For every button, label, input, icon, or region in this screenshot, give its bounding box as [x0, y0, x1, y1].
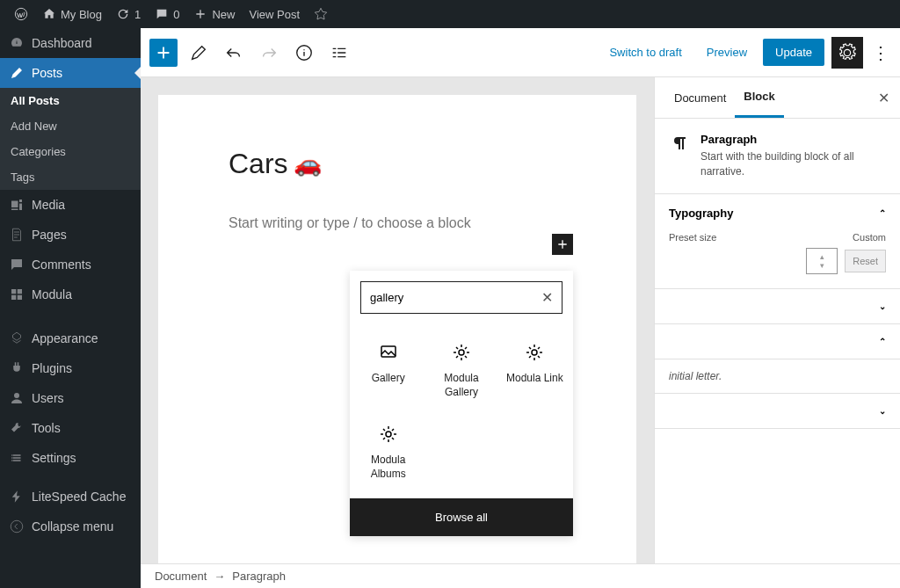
sidebar-posts[interactable]: Posts: [0, 58, 141, 88]
redo-button[interactable]: [255, 39, 283, 67]
undo-button[interactable]: [220, 39, 248, 67]
block-gallery[interactable]: Gallery: [353, 331, 423, 410]
info-icon[interactable]: [290, 39, 318, 67]
typography-panel: Typography⌃ Preset size Custom ▴▾ Reset: [655, 194, 900, 289]
viewpost-label: View Post: [249, 8, 300, 21]
sidebar-posts-submenu: All Posts Add New Categories Tags: [0, 88, 141, 190]
block-description: Start with the building block of all nar…: [700, 149, 886, 179]
view-post-link[interactable]: View Post: [242, 8, 307, 21]
sidebar-tools[interactable]: Tools: [0, 413, 141, 443]
sidebar-users[interactable]: Users: [0, 383, 141, 413]
update-button[interactable]: Update: [763, 39, 824, 66]
switch-draft-button[interactable]: Switch to draft: [600, 40, 690, 64]
chevron-down-icon: ⌄: [879, 406, 886, 416]
post-title[interactable]: Cars🚗: [229, 148, 566, 180]
collapsed-panel-2[interactable]: ⌃: [655, 324, 900, 359]
custom-size-input[interactable]: ▴▾: [806, 248, 838, 274]
collapsed-panel-3[interactable]: ⌄: [655, 394, 900, 428]
inserter-search-input[interactable]: [370, 291, 541, 304]
chevron-right-icon: →: [214, 570, 225, 583]
editor-topbar: Switch to draft Preview Update ⋮: [141, 28, 900, 77]
clear-search-icon[interactable]: ✕: [541, 289, 553, 306]
svg-point-10: [532, 350, 537, 355]
comments-link[interactable]: 0: [148, 7, 186, 21]
wp-logo[interactable]: [7, 7, 35, 21]
inserter-search-wrap: ✕: [350, 271, 573, 324]
updates-link[interactable]: 1: [109, 7, 148, 21]
block-modula-gallery[interactable]: Modula Gallery: [426, 331, 496, 410]
reset-button[interactable]: Reset: [845, 250, 886, 272]
collapsed-panel-1[interactable]: ⌄: [655, 289, 900, 323]
breadcrumb-node[interactable]: Paragraph: [232, 570, 286, 583]
sidebar-appearance[interactable]: Appearance: [0, 323, 141, 353]
svg-point-6: [11, 520, 23, 533]
editor-main: Switch to draft Preview Update ⋮ Cars🚗 S…: [141, 28, 900, 588]
settings-gear-button[interactable]: [831, 37, 863, 69]
yoast-icon[interactable]: [307, 7, 335, 21]
svg-rect-2: [18, 289, 22, 294]
sidebar-litespeed[interactable]: LiteSpeed Cache: [0, 482, 141, 512]
more-menu-button[interactable]: ⋮: [870, 42, 891, 63]
car-emoji-icon: 🚗: [294, 150, 322, 178]
svg-point-5: [14, 393, 19, 398]
editor-canvas-wrapper: Cars🚗 Start writing or type / to choose …: [141, 77, 654, 563]
sidebar-sub-tags[interactable]: Tags: [0, 164, 141, 190]
inserter-results-grid: Gallery Modula Gallery Modula Link Modul…: [350, 324, 573, 498]
sidebar-modula[interactable]: Modula: [0, 279, 141, 309]
block-breadcrumb: Document → Paragraph: [141, 563, 900, 588]
site-name-label: My Blog: [61, 8, 102, 21]
tab-block[interactable]: Block: [735, 77, 783, 115]
block-modula-albums[interactable]: Modula Albums: [353, 413, 423, 491]
sidebar-media[interactable]: Media: [0, 190, 141, 220]
sidebar-comments[interactable]: Comments: [0, 250, 141, 279]
svg-rect-1: [11, 289, 16, 294]
admin-sidebar: Dashboard Posts All Posts Add New Catego…: [0, 28, 141, 588]
outline-icon[interactable]: [325, 39, 353, 67]
custom-label: Custom: [853, 232, 886, 243]
sidebar-sub-categories[interactable]: Categories: [0, 139, 141, 164]
sidebar-collapse[interactable]: Collapse menu: [0, 512, 141, 541]
sidebar-pages[interactable]: Pages: [0, 220, 141, 250]
preset-size-label: Preset size: [669, 232, 842, 243]
comments-count: 0: [173, 8, 179, 21]
paragraph-icon: [669, 133, 690, 154]
block-name: Paragraph: [700, 133, 886, 146]
site-link[interactable]: My Blog: [35, 7, 109, 21]
sidebar-dashboard[interactable]: Dashboard: [0, 28, 141, 58]
inspector-tabs: Document Block ✕: [655, 77, 900, 119]
svg-rect-4: [18, 295, 22, 300]
browse-all-button[interactable]: Browse all: [350, 498, 573, 536]
close-inspector-icon[interactable]: ✕: [878, 90, 889, 106]
preview-button[interactable]: Preview: [698, 40, 756, 64]
breadcrumb-root[interactable]: Document: [155, 570, 207, 583]
block-inserter-popover: ✕ Gallery Modula Gallery Modula Link Mod…: [350, 271, 573, 536]
edit-mode-icon[interactable]: [185, 39, 213, 67]
typography-toggle[interactable]: Typography⌃: [655, 194, 900, 232]
chevron-up-icon: ⌃: [879, 337, 886, 346]
sidebar-sub-allposts[interactable]: All Posts: [0, 88, 141, 113]
sidebar-settings[interactable]: Settings: [0, 443, 141, 473]
block-modula-link[interactable]: Modula Link: [500, 331, 570, 410]
svg-point-11: [386, 432, 391, 437]
new-link[interactable]: New: [186, 7, 242, 21]
new-label: New: [212, 8, 235, 21]
block-card: Paragraph Start with the building block …: [655, 119, 900, 194]
paragraph-placeholder[interactable]: Start writing or type / to choose a bloc…: [229, 215, 566, 231]
block-inspector: Document Block ✕ Paragraph Start with th…: [654, 77, 900, 563]
block-inserter-toggle[interactable]: [149, 39, 178, 67]
svg-point-9: [459, 350, 464, 355]
admin-bar: My Blog 1 0 New View Post: [0, 0, 900, 28]
svg-rect-3: [11, 295, 16, 300]
inserter-search-box[interactable]: ✕: [360, 281, 562, 314]
sidebar-plugins[interactable]: Plugins: [0, 353, 141, 383]
drop-cap-hint: initial letter.: [655, 359, 900, 394]
add-block-button[interactable]: [552, 234, 573, 255]
chevron-down-icon: ⌄: [879, 301, 886, 311]
updates-count: 1: [134, 8, 141, 21]
tab-document[interactable]: Document: [665, 79, 735, 117]
sidebar-sub-addnew[interactable]: Add New: [0, 113, 141, 139]
chevron-up-icon: ⌃: [879, 208, 886, 218]
